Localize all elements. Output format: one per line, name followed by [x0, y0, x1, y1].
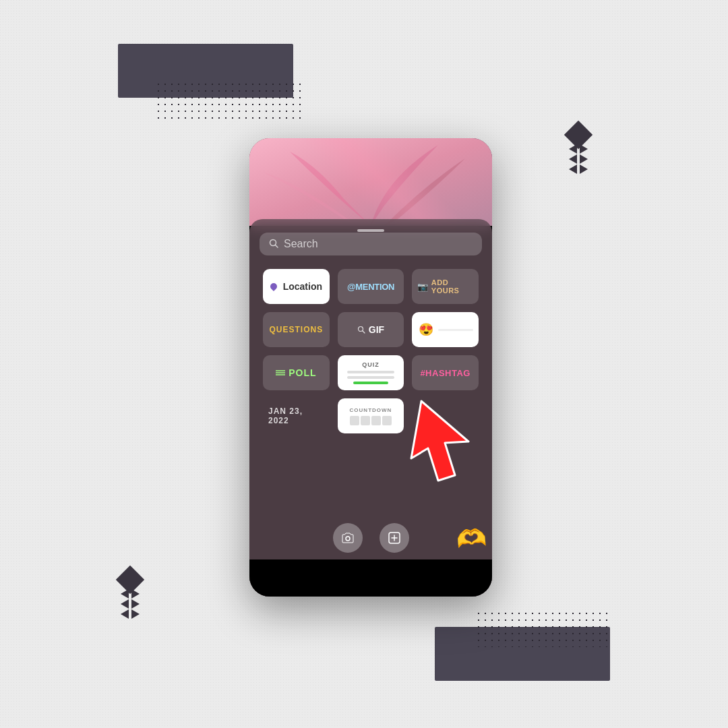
chevrons	[556, 144, 600, 175]
poll-label: POLL	[289, 367, 316, 378]
sticker-date[interactable]: JAN 23, 2022	[263, 398, 330, 433]
svg-point-3	[358, 327, 363, 332]
questions-label: QUESTIONS	[269, 325, 323, 334]
hashtag-label: #HASHTAG	[420, 368, 471, 378]
phone-top-image	[249, 138, 492, 226]
emoji-line	[438, 329, 473, 331]
sticker-mention[interactable]: @MENTION	[338, 269, 404, 304]
cursor-arrow	[408, 394, 492, 482]
search-small-icon	[357, 326, 365, 334]
poll-lines-icon	[276, 369, 285, 376]
deco-dots-top-left	[155, 81, 303, 121]
countdown-boxes	[350, 416, 392, 425]
sticker-hashtag[interactable]: #HASHTAG	[412, 355, 479, 390]
drag-handle[interactable]	[357, 229, 384, 232]
phone-mockup: Search Location @MENTION 📷 ADD YOURS QUE…	[249, 138, 492, 597]
x-chevron-bottom-left	[108, 570, 155, 624]
chevrons-bl	[108, 588, 152, 619]
phone-bottom-bar	[249, 559, 492, 597]
sticker-gif[interactable]: GIF	[338, 312, 404, 347]
countdown-box-4	[382, 416, 392, 425]
x-chevron-top-right	[556, 125, 603, 179]
sticker-panel: Search Location @MENTION 📷 ADD YOURS QUE…	[249, 219, 492, 597]
add-square-icon	[388, 531, 401, 545]
sticker-location[interactable]: Location	[263, 269, 330, 304]
mention-label: @MENTION	[347, 282, 394, 292]
countdown-box-1	[350, 416, 359, 425]
quiz-line-1	[347, 371, 394, 373]
countdown-label: COUNTDOWN	[350, 407, 392, 413]
location-label: Location	[283, 281, 322, 292]
svg-line-2	[276, 245, 278, 247]
svg-line-4	[363, 331, 365, 333]
quiz-line-green	[353, 382, 388, 384]
addyours-label: ADD YOURS	[431, 278, 473, 295]
sticker-countdown[interactable]: COUNTDOWN	[338, 398, 404, 433]
camera-button[interactable]	[333, 523, 363, 553]
sticker-addyours[interactable]: 📷 ADD YOURS	[412, 269, 479, 304]
sticker-questions[interactable]: QUESTIONS	[263, 312, 330, 347]
countdown-box-3	[371, 416, 381, 425]
svg-rect-0	[249, 138, 492, 226]
pin-icon	[269, 282, 278, 291]
sticker-poll[interactable]: POLL	[263, 355, 330, 390]
emoji-face: 😍	[419, 322, 433, 337]
search-bar[interactable]: Search	[260, 233, 482, 255]
add-button[interactable]	[380, 523, 409, 553]
search-icon	[269, 239, 278, 250]
gif-label: GIF	[369, 324, 384, 335]
palm-leaf-svg	[249, 138, 492, 226]
camera-plus-icon: 📷	[417, 282, 429, 292]
camera-icon	[341, 532, 355, 544]
date-label: JAN 23, 2022	[268, 406, 324, 425]
sticker-quiz[interactable]: QUIZ	[338, 355, 404, 390]
emoji-sticker: 🫶	[455, 523, 487, 554]
svg-point-8	[346, 537, 350, 541]
sticker-emoji-slider[interactable]: 😍	[412, 312, 479, 347]
deco-dots-bottom-right	[475, 610, 610, 647]
quiz-label: QUIZ	[362, 361, 380, 368]
countdown-box-2	[361, 416, 370, 425]
svg-marker-12	[411, 401, 468, 481]
search-placeholder: Search	[284, 238, 318, 250]
quiz-line-2	[347, 376, 394, 379]
